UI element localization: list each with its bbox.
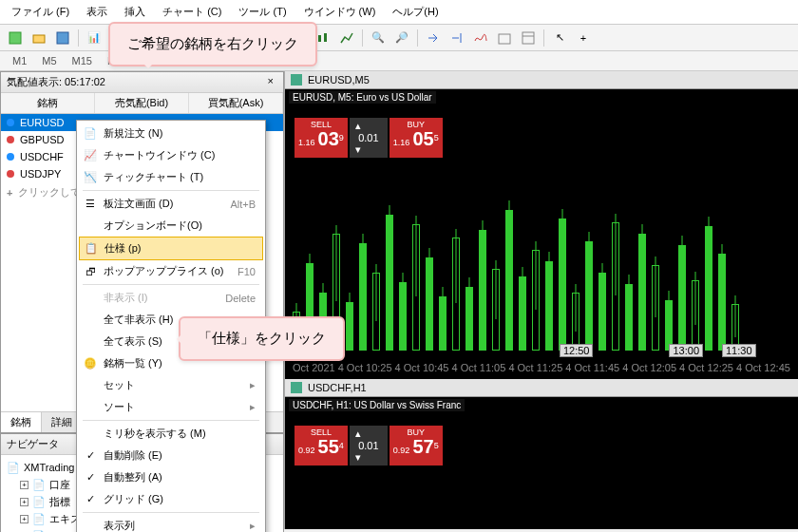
market-watch-icon[interactable]: 📊 (83, 28, 105, 48)
ctx-m[interactable]: ミリ秒を表示する (M) (79, 423, 263, 445)
ctx-a[interactable]: ✓自動整列 (A) (79, 466, 263, 488)
navigator-title: ナビゲータ (7, 437, 59, 451)
tf-m5[interactable]: M5 (35, 53, 63, 68)
chart-usdchf[interactable]: USDCHF, H1: US Dollar vs Swiss Franc SEL… (285, 397, 798, 529)
ctx-t[interactable]: 📉ティックチャート (T) (79, 166, 263, 188)
menu-tools[interactable]: ツール (T) (231, 2, 294, 22)
chevron-down-icon[interactable]: ▾ (353, 143, 363, 156)
svg-rect-8 (291, 74, 302, 86)
menu-file[interactable]: ファイル (F) (4, 2, 77, 22)
chart-icon (291, 382, 302, 393)
one-click-panel[interactable]: SELL 1.16 039 ▴ 0.01 ▾ BUY 1.16 055 (294, 118, 443, 158)
ctx-[interactable]: セット▸ (79, 374, 263, 396)
ctx-o[interactable]: 🗗ポップアッププライス (o)F10 (79, 260, 263, 282)
crosshair-icon[interactable]: + (572, 28, 595, 48)
new-chart-icon[interactable] (4, 28, 27, 48)
ctx-[interactable]: 表示列▸ (79, 515, 263, 532)
svg-rect-9 (291, 382, 302, 393)
svg-rect-5 (324, 33, 327, 42)
chart-tab-eurusd[interactable]: EURUSD,M5 (285, 71, 798, 89)
one-click-panel[interactable]: SELL 0.92 554 ▴ 0.01 ▾ BUY 0.92 575 (294, 426, 443, 466)
ctx-d[interactable]: ☰板注文画面 (D)Alt+B (79, 193, 263, 215)
ctx-n[interactable]: 📄新規注文 (N) (79, 123, 263, 144)
market-watch-title: 気配値表示: 05:17:02 (7, 75, 105, 89)
zoom-out-icon[interactable]: 🔎 (390, 28, 413, 48)
ctx-p[interactable]: 📋仕様 (p) (79, 237, 263, 260)
svg-rect-4 (318, 35, 321, 42)
chevron-up-icon[interactable]: ▴ (353, 428, 363, 440)
ctx-e[interactable]: ✓自動削除 (E) (79, 445, 263, 466)
svg-rect-7 (522, 32, 534, 44)
tf-m1[interactable]: M1 (6, 53, 33, 68)
ctx-i: 非表示 (I)Delete (79, 287, 263, 309)
menu-insert[interactable]: 挿入 (117, 2, 153, 22)
chart-shift-icon[interactable] (446, 28, 468, 48)
callout-2: 「仕様」をクリック (179, 316, 345, 361)
menu-view[interactable]: 表示 (79, 2, 115, 22)
ctx-[interactable]: ソート▸ (79, 396, 263, 418)
templates-icon[interactable] (517, 28, 540, 48)
chart-eurusd[interactable]: EURUSD, M5: Euro vs US Dollar SELL 1.16 … (285, 89, 798, 379)
ctx-c[interactable]: 📈チャートウインドウ (C) (79, 144, 263, 166)
menu-window[interactable]: ウインドウ (W) (296, 2, 384, 22)
callout-1: ご希望の銘柄を右クリック (108, 22, 317, 66)
svg-rect-2 (57, 32, 68, 44)
chart-icon (291, 74, 302, 86)
ctx-g[interactable]: ✓グリッド (G) (79, 488, 263, 510)
tf-m15[interactable]: M15 (66, 53, 99, 68)
tab-symbols[interactable]: 銘柄 (1, 412, 42, 432)
menu-chart[interactable]: チャート (C) (155, 2, 229, 22)
zoom-in-icon[interactable]: 🔍 (367, 28, 390, 48)
periodicity-icon[interactable] (493, 28, 516, 48)
chevron-up-icon[interactable]: ▴ (353, 120, 363, 132)
col-ask[interactable]: 買気配(Ask) (189, 93, 283, 113)
chart-tab-usdchf[interactable]: USDCHF,H1 (285, 379, 798, 397)
menu-help[interactable]: ヘルプ(H) (385, 2, 446, 22)
profiles-icon[interactable] (28, 28, 50, 48)
auto-scroll-icon[interactable] (422, 28, 445, 48)
close-icon[interactable]: × (264, 75, 277, 89)
line-chart-icon[interactable] (335, 28, 358, 48)
indicators-icon[interactable] (469, 28, 492, 48)
col-symbol[interactable]: 銘柄 (1, 93, 95, 113)
cursor-icon[interactable]: ↖ (548, 28, 571, 48)
col-bid[interactable]: 売気配(Bid) (95, 93, 189, 113)
ctx-o[interactable]: オプションボード(O) (79, 215, 263, 237)
svg-rect-1 (33, 35, 45, 43)
save-icon[interactable] (51, 28, 74, 48)
svg-rect-6 (499, 34, 510, 44)
chart-title: USDCHF, H1: US Dollar vs Swiss Franc (289, 399, 465, 411)
chevron-down-icon[interactable]: ▾ (353, 451, 363, 464)
svg-rect-0 (10, 32, 21, 44)
chart-title: EURUSD, M5: Euro vs US Dollar (289, 91, 436, 104)
